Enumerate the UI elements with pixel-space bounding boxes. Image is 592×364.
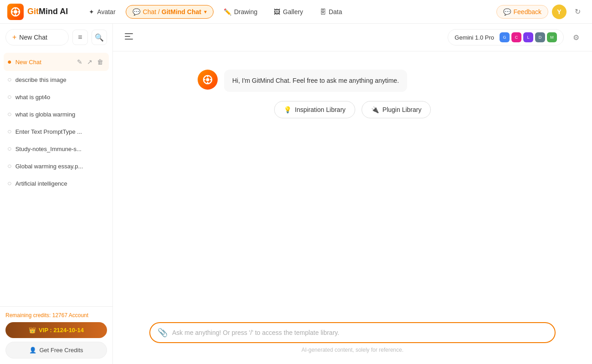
nav-gallery[interactable]: 🖼 Gallery (267, 5, 309, 18)
logo-icon (7, 4, 24, 20)
feedback-button[interactable]: 💬 Feedback (496, 5, 548, 19)
sidebar-item-new-chat[interactable]: ● New Chat ✎ ↗ 🗑 (4, 53, 109, 71)
share-icon[interactable]: ↗ (85, 57, 94, 66)
sidebar-bottom: Remaining credits: 12767 Account 👑 VIP :… (0, 306, 112, 364)
model-icon-3: L (523, 32, 533, 42)
nav-chat[interactable]: 💬 Chat / GitMind Chat ▾ (126, 5, 214, 19)
crown-icon: 👑 (29, 327, 36, 334)
sidebar-item-label: what is globla warming (15, 111, 76, 118)
nav-avatar[interactable]: ✦ Avatar (82, 5, 122, 18)
sidebar-item-label: what is gpt4o (15, 94, 51, 101)
model-icon-list: G C L D M (500, 32, 557, 42)
chat-nav-icon: 💬 (133, 8, 140, 15)
sidebar-item-label: Enter Text PromptType ... (15, 128, 82, 135)
nav-data-label: Data (329, 8, 342, 15)
nav-drawing[interactable]: ✏️ Drawing (217, 5, 264, 18)
plugin-icon: 🔌 (371, 106, 379, 113)
attach-button[interactable]: 📎 (158, 328, 168, 338)
logo: GitMind AI (7, 4, 68, 20)
data-nav-icon: 🗄 (320, 8, 326, 15)
sidebar-item-5[interactable]: ○ Study-notes_Immune-s... (4, 140, 109, 157)
sidebar-item-6[interactable]: ○ Global warming essay.p... (4, 157, 109, 175)
footer-note-text: AI-generated content, solely for referen… (301, 347, 403, 353)
person-icon: 👤 (29, 347, 36, 354)
chat-circle-icon: ○ (7, 162, 12, 170)
new-chat-button[interactable]: + New Chat (5, 29, 69, 46)
chat-circle-icon: ● (7, 58, 12, 66)
footer-disclaimer: AI-generated content, solely for referen… (149, 347, 556, 353)
chat-history-list: ● New Chat ✎ ↗ 🗑 ○ describe this image ○… (0, 51, 112, 306)
model-icon-2: C (511, 32, 521, 42)
collapse-sidebar-button[interactable] (122, 30, 136, 44)
chat-input[interactable] (172, 329, 547, 336)
delete-icon[interactable]: 🗑 (95, 57, 105, 66)
nav-drawing-label: Drawing (234, 8, 257, 15)
collapse-icon (125, 33, 133, 41)
chevron-down-icon: ▾ (204, 9, 207, 15)
account-link[interactable]: Account (69, 312, 88, 318)
chat-header: Gemini 1.0 Pro G C L D M ⚙ (113, 24, 592, 51)
plugin-library-button[interactable]: 🔌 Plugin Library (362, 101, 431, 118)
item-actions: ✎ ↗ 🗑 (75, 57, 105, 66)
sidebar-item-label: New Chat (15, 59, 41, 66)
sidebar: + New Chat ≡ 🔍 ● New Chat ✎ ↗ 🗑 (0, 24, 113, 364)
bot-avatar (198, 70, 218, 90)
refresh-icon[interactable]: ↻ (570, 5, 585, 19)
sidebar-item-label: describe this image (15, 76, 66, 83)
get-free-credits-button[interactable]: 👤 Get Free Credits (5, 342, 107, 359)
bot-greeting-bubble: Hi, I'm GitMind Chat. Feel free to ask m… (224, 70, 407, 92)
new-chat-label: New Chat (19, 34, 47, 41)
vip-label: VIP : 2124-10-14 (39, 327, 84, 334)
bot-greeting-text: Hi, I'm GitMind Chat. Feel free to ask m… (232, 77, 399, 84)
top-navbar: GitMind AI ✦ Avatar 💬 Chat / GitMind Cha… (0, 0, 592, 24)
credits-display: Remaining credits: 12767 Account (5, 312, 107, 318)
chat-area: Gemini 1.0 Pro G C L D M ⚙ (113, 24, 592, 364)
user-initial: Y (557, 8, 561, 15)
library-buttons: 💡 Inspiration Library 🔌 Plugin Library (274, 101, 431, 118)
nav-data[interactable]: 🗄 Data (313, 5, 349, 18)
settings-button[interactable]: ⚙ (569, 30, 583, 44)
model-icon-5: M (547, 32, 557, 42)
svg-rect-6 (125, 33, 133, 34)
edit-icon[interactable]: ✎ (75, 57, 84, 66)
model-selector[interactable]: Gemini 1.0 Pro G C L D M (448, 29, 564, 46)
sidebar-item-7[interactable]: ○ Artificial intelligence (4, 175, 109, 192)
sidebar-top: + New Chat ≡ 🔍 (0, 24, 112, 51)
chat-circle-icon: ○ (7, 76, 12, 84)
chat-input-area: 📎 AI-generated content, solely for refer… (113, 315, 592, 364)
chat-circle-icon: ○ (7, 179, 12, 187)
sidebar-item-label: Artificial intelligence (15, 180, 67, 187)
drawing-nav-icon: ✏️ (224, 8, 231, 15)
sidebar-item-3[interactable]: ○ what is globla warming (4, 106, 109, 123)
free-credits-label: Get Free Credits (39, 347, 83, 354)
chat-circle-icon: ○ (7, 127, 12, 136)
chat-input-wrap: 📎 (149, 322, 556, 343)
list-view-button[interactable]: ≡ (72, 30, 88, 45)
main-area: + New Chat ≡ 🔍 ● New Chat ✎ ↗ 🗑 (0, 24, 592, 364)
chat-circle-icon: ○ (7, 145, 12, 153)
model-icon-1: G (500, 32, 510, 42)
svg-rect-7 (125, 36, 130, 37)
chat-messages: Hi, I'm GitMind Chat. Feel free to ask m… (113, 51, 592, 315)
credits-value: 12767 (52, 312, 67, 318)
vip-button[interactable]: 👑 VIP : 2124-10-14 (5, 322, 107, 338)
sidebar-item-2[interactable]: ○ what is gpt4o (4, 88, 109, 106)
plugin-label: Plugin Library (383, 106, 422, 113)
inspiration-library-button[interactable]: 💡 Inspiration Library (274, 101, 355, 118)
user-avatar[interactable]: Y (552, 5, 566, 19)
app-name: GitMind AI (27, 7, 68, 16)
chat-circle-icon: ○ (7, 93, 12, 101)
nav-avatar-label: Avatar (97, 8, 115, 15)
nav-chat-label: Chat / GitMind Chat (143, 8, 201, 15)
gallery-nav-icon: 🖼 (274, 8, 280, 15)
sidebar-item-label: Global warming essay.p... (15, 163, 83, 170)
svg-point-10 (206, 78, 209, 81)
credits-prefix: Remaining credits: (5, 312, 52, 318)
feedback-label: Feedback (514, 8, 541, 15)
sidebar-item-1[interactable]: ○ describe this image (4, 71, 109, 88)
search-button[interactable]: 🔍 (92, 30, 107, 45)
plus-icon: + (12, 33, 16, 41)
feedback-icon: 💬 (503, 8, 511, 15)
sidebar-item-4[interactable]: ○ Enter Text PromptType ... (4, 123, 109, 140)
model-name-label: Gemini 1.0 Pro (454, 34, 494, 41)
